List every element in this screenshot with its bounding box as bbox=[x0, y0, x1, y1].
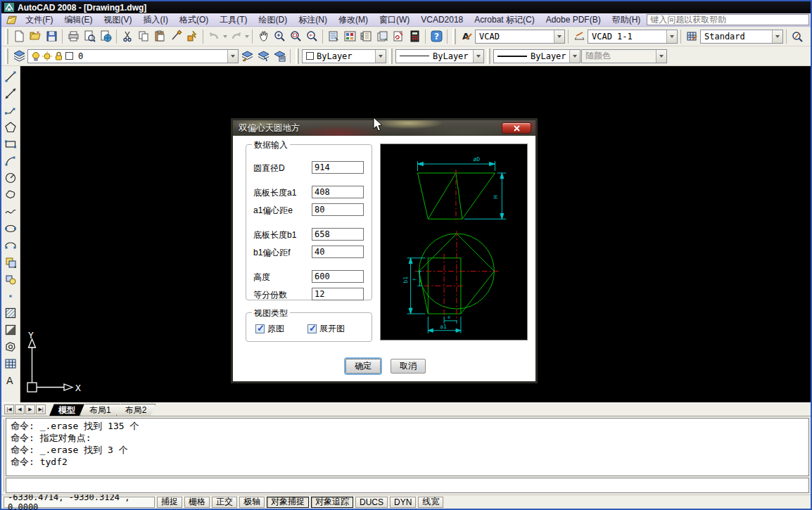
field-input-segments[interactable] bbox=[312, 288, 364, 300]
save-icon[interactable] bbox=[44, 29, 59, 44]
field-input-b1[interactable] bbox=[312, 228, 364, 241]
dialog-title-bar[interactable]: 双偏心天圆地方 bbox=[233, 120, 535, 136]
plot-icon[interactable] bbox=[65, 29, 81, 44]
field-input-f[interactable] bbox=[312, 246, 364, 258]
insert-block-icon[interactable] bbox=[3, 255, 18, 270]
cut-icon[interactable] bbox=[120, 29, 135, 44]
menu-format[interactable]: 格式(O) bbox=[175, 13, 213, 27]
multiline-text-icon[interactable]: A bbox=[3, 373, 18, 388]
polar-toggle[interactable]: 极轴 bbox=[239, 497, 265, 508]
lineweight-combo[interactable]: ByLayer bbox=[493, 49, 581, 63]
circle-icon[interactable] bbox=[3, 170, 18, 186]
otrack-toggle[interactable]: 对象追踪 bbox=[311, 497, 353, 508]
tab-nav-first-icon[interactable]: |◀ bbox=[4, 404, 14, 414]
command-window-grip[interactable] bbox=[2, 419, 4, 492]
ellipse-icon[interactable] bbox=[3, 221, 18, 236]
zoom-previous-icon[interactable] bbox=[304, 29, 319, 44]
menu-dimension[interactable]: 标注(N) bbox=[293, 13, 332, 27]
sheet-set-view-icon[interactable] bbox=[789, 29, 805, 44]
command-input[interactable] bbox=[6, 478, 809, 493]
arc-icon[interactable] bbox=[3, 153, 18, 169]
toolbar-grip[interactable] bbox=[452, 29, 456, 44]
combo-arrow-icon[interactable] bbox=[227, 50, 238, 63]
layer-states-icon[interactable] bbox=[272, 49, 287, 64]
ducs-toggle[interactable]: DUCS bbox=[355, 497, 388, 508]
combo-arrow-icon[interactable] bbox=[666, 30, 677, 43]
layer-previous-icon[interactable] bbox=[255, 49, 271, 64]
zoom-window-icon[interactable] bbox=[288, 29, 303, 44]
unfold-view-checkbox[interactable] bbox=[307, 324, 317, 333]
polygon-icon[interactable] bbox=[3, 120, 18, 135]
field-input-e[interactable] bbox=[312, 203, 364, 216]
combo-arrow-icon[interactable] bbox=[569, 50, 580, 63]
copy-icon[interactable] bbox=[136, 29, 151, 44]
dim-style-combo[interactable]: VCAD 1-1 bbox=[588, 30, 678, 44]
menu-vcad2018[interactable]: VCAD2018 bbox=[416, 14, 468, 25]
layer-freeze-sun-icon[interactable] bbox=[42, 51, 52, 61]
menu-tools[interactable]: 工具(T) bbox=[215, 13, 252, 27]
lineweight-toggle[interactable]: 线宽 bbox=[418, 497, 443, 508]
dialog-close-button[interactable] bbox=[502, 122, 531, 134]
table-icon[interactable] bbox=[3, 356, 18, 371]
hatch-icon[interactable] bbox=[3, 305, 18, 321]
dim-style-icon[interactable] bbox=[571, 29, 587, 44]
tab-layout1[interactable]: 布局1 bbox=[80, 404, 120, 416]
plot-preview-icon[interactable] bbox=[82, 29, 97, 44]
toolbar-grip[interactable] bbox=[5, 29, 8, 44]
title-bar[interactable]: AutoCAD 2008 - [Drawing1.dwg] bbox=[1, 1, 811, 13]
combo-arrow-icon[interactable] bbox=[375, 50, 386, 63]
markup-set-manager-icon[interactable] bbox=[391, 29, 406, 44]
linetype-combo[interactable]: ByLayer bbox=[395, 49, 484, 63]
field-input-height[interactable] bbox=[312, 270, 364, 283]
table-style-icon[interactable] bbox=[684, 29, 699, 44]
polyline-icon[interactable] bbox=[3, 103, 18, 118]
spline-icon[interactable] bbox=[3, 204, 18, 219]
cancel-button[interactable]: 取消 bbox=[391, 359, 426, 374]
layer-lock-icon[interactable] bbox=[54, 51, 63, 61]
combo-arrow-icon[interactable] bbox=[554, 30, 564, 43]
properties-palette-icon[interactable] bbox=[326, 29, 341, 44]
ok-button[interactable]: 确定 bbox=[345, 359, 381, 374]
text-style-combo[interactable]: VCAD bbox=[475, 30, 565, 44]
tab-layout2[interactable]: 布局2 bbox=[116, 404, 156, 416]
make-block-icon[interactable] bbox=[3, 272, 18, 287]
menu-draw[interactable]: 绘图(D) bbox=[254, 13, 293, 27]
block-editor-icon[interactable] bbox=[184, 29, 200, 44]
rectangle-icon[interactable] bbox=[3, 136, 18, 152]
menu-modify[interactable]: 修改(M) bbox=[334, 13, 373, 27]
line-icon[interactable] bbox=[3, 69, 18, 84]
menu-adobe-pdf[interactable]: Adobe PDF(B) bbox=[541, 14, 606, 25]
menu-window[interactable]: 窗口(W) bbox=[374, 13, 414, 27]
menu-file[interactable]: 文件(F) bbox=[20, 13, 58, 27]
tab-nav-last-icon[interactable]: ▶| bbox=[36, 404, 46, 414]
menu-view[interactable]: 视图(V) bbox=[99, 13, 137, 27]
plot-style-combo[interactable]: 随颜色 bbox=[581, 49, 667, 63]
revcloud-icon[interactable] bbox=[3, 187, 18, 203]
menu-insert[interactable]: 插入(I) bbox=[139, 13, 173, 27]
help-icon[interactable]: ? bbox=[429, 29, 444, 44]
menu-edit[interactable]: 编辑(E) bbox=[60, 13, 98, 27]
gradient-icon[interactable] bbox=[3, 322, 18, 338]
coordinate-readout[interactable]: -6330.4714, -9330.3124 , 0.0000 bbox=[4, 497, 155, 508]
color-combo[interactable]: ByLayer bbox=[302, 49, 386, 63]
layer-on-bulb-icon[interactable] bbox=[32, 51, 40, 61]
combo-arrow-icon[interactable] bbox=[772, 30, 782, 43]
point-icon[interactable] bbox=[3, 288, 18, 304]
table-style-combo[interactable]: Standard bbox=[700, 30, 783, 44]
designcenter-icon[interactable] bbox=[342, 29, 357, 44]
open-icon[interactable] bbox=[27, 29, 43, 44]
redo-dropdown-icon[interactable] bbox=[245, 35, 249, 38]
match-properties-icon[interactable] bbox=[168, 29, 184, 44]
original-view-checkbox[interactable] bbox=[255, 324, 265, 333]
field-input-d[interactable] bbox=[312, 161, 364, 174]
grid-toggle[interactable]: 栅格 bbox=[184, 497, 210, 508]
dyn-toggle[interactable]: DYN bbox=[390, 497, 416, 508]
layer-properties-icon[interactable] bbox=[11, 49, 27, 64]
combo-arrow-icon[interactable] bbox=[656, 50, 666, 63]
tab-nav-next-icon[interactable]: ▶ bbox=[25, 404, 35, 414]
osnap-toggle[interactable]: 对象捕捉 bbox=[267, 497, 309, 508]
publish-icon[interactable] bbox=[98, 29, 113, 44]
tab-nav-prev-icon[interactable]: ◀ bbox=[15, 404, 25, 414]
combo-arrow-icon[interactable] bbox=[473, 50, 483, 63]
layer-combo[interactable]: 0 bbox=[27, 49, 239, 63]
